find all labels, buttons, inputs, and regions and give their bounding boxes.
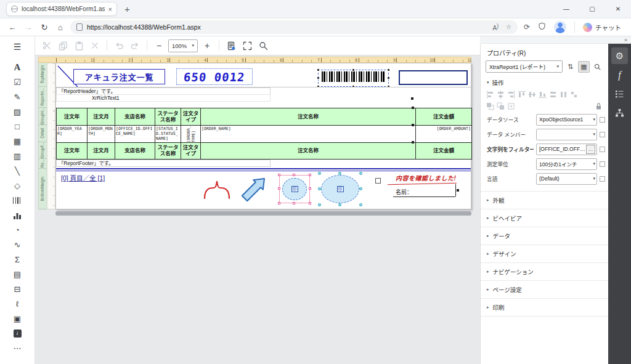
maximize-icon[interactable]: ▢	[579, 0, 605, 18]
new-tab-button[interactable]: +	[124, 4, 130, 14]
browser-essentials-icon[interactable]	[538, 22, 546, 32]
filter-string-input[interactable]: [OFFICE_ID.OFFICE_ID] ... …	[536, 144, 597, 155]
fit-bounds-icon[interactable]	[507, 102, 515, 110]
pageinfo-tool-icon[interactable]: ▤	[0, 267, 35, 281]
arrow-shape-control[interactable]	[238, 174, 269, 203]
undo-button[interactable]	[112, 39, 126, 52]
same-width-icon[interactable]	[549, 91, 557, 99]
menu-hamburger-icon[interactable]: ☰	[14, 39, 22, 55]
selected-object-select[interactable]: XtraReport1 (レポート) ▾	[486, 60, 563, 73]
header-cell[interactable]: 注文金額	[416, 108, 471, 125]
section-navigation[interactable]: ▸ナビゲーション	[481, 262, 608, 280]
collections-icon[interactable]: ⟳	[524, 23, 530, 31]
resize-handle[interactable]	[412, 124, 414, 126]
copilot-chat-button[interactable]: チャット	[583, 23, 621, 32]
detail-cell[interactable]: [ORDER_NAME]	[201, 126, 415, 142]
band-report-header[interactable]: ReportH...	[38, 87, 47, 108]
align-bottom-icon[interactable]	[539, 91, 547, 99]
detail-cell[interactable]: [OFFICE_ID.OFFICE_NAME]	[115, 126, 155, 142]
panel-tool-icon[interactable]: □	[0, 119, 35, 134]
section-page-settings[interactable]: ▸ページ設定	[481, 280, 608, 298]
property-checkbox[interactable]	[600, 176, 605, 182]
property-checkbox[interactable]	[600, 117, 605, 123]
align-left-icon[interactable]	[486, 91, 494, 99]
signature-tool-icon[interactable]: ℓ	[0, 296, 35, 311]
richtext-tool-icon[interactable]: ✎	[0, 89, 35, 104]
ellipsis-button[interactable]: …	[586, 145, 595, 154]
more-tools-icon[interactable]: ⋯	[0, 341, 35, 355]
red-underline-control[interactable]	[388, 183, 457, 185]
info-tool-icon[interactable]: i	[0, 326, 35, 341]
separator-line-control[interactable]	[56, 168, 471, 171]
read-aloud-icon[interactable]: A)	[493, 23, 499, 31]
page-info-label[interactable]: [0] 頁目／全 [1]	[61, 173, 105, 182]
properties-tab-icon[interactable]: ⚙	[611, 47, 628, 64]
resize-handle[interactable]	[412, 141, 414, 144]
stamp-shape-control[interactable]: 印	[279, 175, 310, 203]
header-cell[interactable]: 注文年	[57, 108, 87, 125]
detail-cell[interactable]: [ORDER_AMOUNT]	[416, 126, 471, 142]
measure-unit-select[interactable]: 100分の1インチ ▾	[536, 158, 597, 170]
report-explorer-tab-icon[interactable]	[611, 105, 628, 121]
band-top-margin[interactable]: TopMargin	[38, 63, 47, 87]
resize-handle[interactable]	[412, 107, 414, 109]
site-info-icon[interactable]	[76, 23, 83, 31]
footer-cell[interactable]: 注文名称	[201, 143, 415, 159]
footer-cell[interactable]: 注文金額	[416, 143, 471, 159]
header-cell[interactable]: 注文月	[88, 108, 115, 125]
lcd-number-label[interactable]: 650 0012	[176, 68, 253, 85]
footer-cell[interactable]: 支店名称	[115, 143, 155, 159]
footer-cell[interactable]: 注文月	[88, 143, 115, 159]
horizontal-scrollbar[interactable]	[55, 211, 471, 216]
report-page[interactable]: アキュラ注文一覧 650 0012 「ReportHeader」です。 XrRi…	[55, 63, 471, 209]
footer-cell[interactable]: ステータス名称	[155, 143, 181, 159]
stamp-shape-control[interactable]: 印	[320, 174, 360, 204]
zoom-in-button[interactable]: +	[200, 39, 214, 52]
zoom-out-button[interactable]: −	[152, 39, 166, 52]
preview-search-button[interactable]	[256, 39, 270, 52]
picturebox-tool-icon[interactable]: ▨	[0, 104, 35, 119]
same-height-icon[interactable]	[560, 91, 568, 99]
header-cell[interactable]: ステータス名称	[155, 108, 181, 125]
paste-button[interactable]	[72, 39, 86, 52]
same-size-icon[interactable]	[570, 91, 578, 99]
fullscreen-button[interactable]	[240, 39, 254, 52]
confirm-text-label[interactable]: 内容を確認しました!	[396, 173, 456, 182]
detail-cell[interactable]: [STATUS_ID.STATUS_NAME]	[155, 126, 181, 142]
category-view-button[interactable]: ▦	[578, 61, 590, 73]
name-label[interactable]: 名前：	[396, 188, 412, 196]
sort-alphabetical-button[interactable]: ⇅	[564, 61, 576, 73]
band-detail[interactable]: Detail	[38, 125, 47, 142]
vertical-line-control[interactable]	[455, 184, 456, 196]
label-tool-icon[interactable]: A	[0, 60, 35, 75]
search-properties-icon[interactable]	[592, 61, 603, 73]
detail-cell[interactable]: [ORDER_YEAR]	[57, 126, 87, 142]
character-comb-tool-icon[interactable]: ▥	[0, 148, 35, 163]
redo-button[interactable]	[128, 39, 142, 52]
subreport-tool-icon[interactable]: ▣	[0, 311, 35, 326]
close-icon[interactable]: ✕	[605, 0, 631, 18]
barcode-tool-icon[interactable]	[0, 193, 35, 208]
tab-close-icon[interactable]: ×	[108, 6, 112, 13]
copy-button[interactable]	[56, 39, 70, 52]
band-group-footer[interactable]: GroupF...	[38, 142, 47, 159]
report-title-label[interactable]: アキュラ注文一覧	[73, 69, 165, 84]
section-print[interactable]: ▸印刷	[481, 298, 608, 316]
property-checkbox[interactable]	[600, 132, 605, 137]
bring-to-front-icon[interactable]	[486, 102, 494, 110]
favorite-star-icon[interactable]: ☆	[506, 23, 511, 30]
zoom-select[interactable]: 100% ▾	[168, 39, 198, 52]
gauge-tool-icon[interactable]: ◔	[0, 222, 35, 237]
property-checkbox[interactable]	[600, 147, 605, 152]
profile-avatar[interactable]	[554, 21, 566, 33]
section-behavior[interactable]: ▸ビヘイビア	[481, 209, 608, 227]
table-tool-icon[interactable]: ▦	[0, 134, 35, 148]
cut-button[interactable]	[40, 39, 54, 52]
empty-frame-box[interactable]	[399, 70, 468, 85]
summary-tool-icon[interactable]: Σ	[0, 252, 35, 267]
band-group-header[interactable]: GroupH...	[38, 108, 47, 125]
detail-cell[interactable]: [ORDER_TYPE]	[181, 126, 200, 142]
delete-button[interactable]	[88, 39, 102, 52]
checkbox-tool-icon[interactable]: ☑	[0, 75, 35, 89]
send-to-back-icon[interactable]	[497, 102, 505, 110]
